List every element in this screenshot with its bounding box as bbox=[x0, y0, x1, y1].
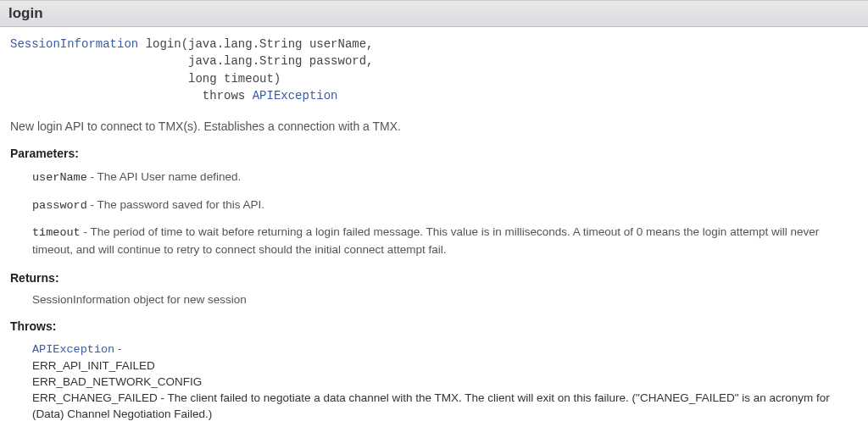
throws-exception-link[interactable]: APIException bbox=[32, 343, 114, 356]
method-signature: SessionInformation login(java.lang.Strin… bbox=[10, 36, 858, 104]
throws-heading: Throws: bbox=[10, 319, 858, 333]
param-name: password bbox=[32, 199, 87, 212]
method-description: New login API to connect to TMX(s). Esta… bbox=[10, 119, 858, 133]
method-title: login bbox=[8, 5, 43, 21]
throws-keyword: throws bbox=[203, 89, 245, 103]
method-header-bar: login bbox=[0, 0, 868, 27]
throws-type-link[interactable]: APIException bbox=[253, 89, 338, 103]
param-name: userName bbox=[32, 171, 87, 184]
signature-param-1: (java.lang.String userName, bbox=[181, 37, 374, 51]
method-name: login bbox=[146, 37, 181, 51]
throws-block: APIException - ERR_API_INIT_FAILED ERR_B… bbox=[32, 341, 858, 422]
param-name: timeout bbox=[32, 226, 81, 239]
signature-param-3: long timeout) bbox=[188, 72, 281, 86]
param-desc: - The password saved for this API. bbox=[87, 198, 264, 211]
error-code: ERR_API_INIT_FAILED bbox=[32, 359, 155, 372]
return-type-link[interactable]: SessionInformation bbox=[10, 37, 138, 51]
throws-dash: - bbox=[114, 342, 121, 355]
error-code: ERR_CHANEG_FAILED bbox=[32, 391, 158, 404]
param-desc: - The API User name defined. bbox=[87, 170, 241, 183]
returns-heading: Returns: bbox=[10, 271, 858, 285]
parameter-item: userName - The API User name defined. bbox=[32, 169, 858, 186]
signature-param-2: java.lang.String password, bbox=[188, 54, 373, 68]
parameter-item: password - The password saved for this A… bbox=[32, 197, 858, 214]
parameters-heading: Parameters: bbox=[10, 147, 858, 160]
error-code: ERR_BAD_NETWORK_CONFIG bbox=[32, 375, 202, 388]
parameter-item: timeout - The period of time to wait bef… bbox=[32, 224, 858, 258]
returns-value: SessionInformation object for new sessio… bbox=[32, 293, 858, 306]
param-desc: - The period of time to wait before retu… bbox=[32, 225, 819, 256]
method-content: SessionInformation login(java.lang.Strin… bbox=[0, 27, 868, 427]
